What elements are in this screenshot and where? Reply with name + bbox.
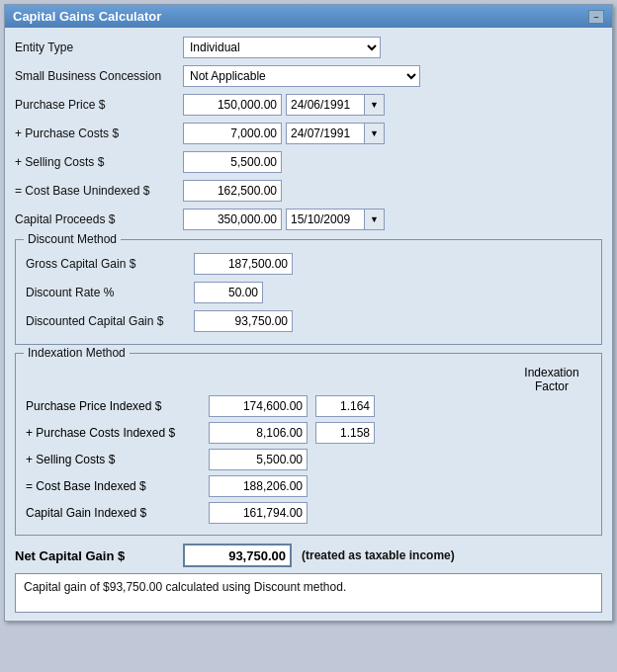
purchase-costs-indexed-input[interactable] (209, 422, 308, 444)
purchase-price-date-group: ▼ (286, 94, 385, 116)
summary-text: Capital gain of $93,750.00 calculated us… (24, 580, 346, 594)
purchase-costs-date-group: ▼ (286, 123, 385, 144)
purchase-costs-input[interactable] (183, 123, 282, 144)
discount-rate-label: Discount Rate % (26, 286, 194, 299)
purchase-costs-indexed-factor[interactable] (315, 422, 375, 444)
purchase-price-indexed-row: Purchase Price Indexed $ (26, 395, 591, 417)
cost-base-indexed-input[interactable] (209, 475, 308, 497)
title-bar: Capital Gains Calculator – (5, 5, 612, 28)
index-factor-header: Indexation Factor (512, 366, 591, 393)
capital-proceeds-row: Capital Proceeds $ ▼ (15, 208, 602, 231)
purchase-price-input[interactable] (183, 94, 282, 116)
selling-costs-label: + Selling Costs $ (15, 155, 183, 169)
calculator-window: Capital Gains Calculator – Entity Type I… (4, 4, 613, 622)
discounted-gain-input[interactable] (194, 310, 293, 332)
indexation-method-section: Indexation Method Indexation Factor Purc… (15, 353, 602, 536)
discount-rate-input[interactable] (194, 282, 263, 303)
capital-proceeds-date-group: ▼ (286, 209, 385, 230)
cost-base-indexed-label: = Cost Base Indexed $ (26, 479, 209, 493)
entity-type-select[interactable]: Individual Company Trust (183, 37, 381, 58)
discounted-gain-label: Discounted Capital Gain $ (26, 314, 194, 328)
capital-gain-indexed-input[interactable] (209, 502, 308, 524)
net-capital-gain-input[interactable] (183, 544, 292, 567)
net-capital-gain-row: Net Capital Gain $ (treated as taxable i… (15, 544, 602, 567)
window-title: Capital Gains Calculator (13, 9, 161, 24)
purchase-price-indexed-label: Purchase Price Indexed $ (26, 399, 209, 413)
discount-method-content: Gross Capital Gain $ Discount Rate % Dis… (26, 252, 591, 333)
cost-base-indexed-row: = Cost Base Indexed $ (26, 475, 591, 497)
capital-proceeds-date-input[interactable] (286, 209, 365, 230)
discount-method-section: Discount Method Gross Capital Gain $ Dis… (15, 239, 602, 345)
purchase-price-date-input[interactable] (286, 94, 365, 116)
purchase-costs-date-input[interactable] (286, 123, 365, 144)
purchase-costs-date-btn[interactable]: ▼ (365, 123, 385, 144)
entity-type-label: Entity Type (15, 41, 183, 54)
purchase-costs-indexed-row: + Purchase Costs Indexed $ (26, 422, 591, 444)
net-capital-gain-label: Net Capital Gain $ (15, 548, 183, 563)
selling-costs-input[interactable] (183, 151, 282, 173)
gross-gain-row: Gross Capital Gain $ (26, 252, 591, 276)
entity-type-row: Entity Type Individual Company Trust (15, 36, 602, 59)
selling-costs-indexed-label: + Selling Costs $ (26, 453, 209, 466)
indexation-method-content: Indexation Factor Purchase Price Indexed… (26, 366, 591, 524)
main-content: Entity Type Individual Company Trust Sma… (5, 28, 612, 621)
purchase-price-label: Purchase Price $ (15, 98, 183, 112)
purchase-costs-indexed-label: + Purchase Costs Indexed $ (26, 426, 209, 440)
minimize-button[interactable]: – (588, 10, 604, 24)
purchase-costs-row: + Purchase Costs $ ▼ (15, 122, 602, 145)
selling-costs-row: + Selling Costs $ (15, 150, 602, 174)
small-business-select[interactable]: Not Applicable Active Asset Reduction Re… (183, 65, 420, 87)
small-business-label: Small Business Concession (15, 69, 183, 83)
title-bar-buttons: – (588, 10, 604, 24)
capital-gain-indexed-row: Capital Gain Indexed $ (26, 502, 591, 524)
purchase-price-indexed-factor[interactable] (315, 395, 375, 417)
indexation-method-title: Indexation Method (24, 346, 130, 360)
purchase-price-indexed-input[interactable] (209, 395, 308, 417)
capital-proceeds-label: Capital Proceeds $ (15, 212, 183, 226)
cost-base-input[interactable] (183, 180, 282, 202)
cost-base-label: = Cost Base Unindexed $ (15, 184, 183, 198)
cost-base-row: = Cost Base Unindexed $ (15, 179, 602, 203)
selling-costs-indexed-input[interactable] (209, 449, 308, 470)
purchase-costs-label: + Purchase Costs $ (15, 126, 183, 140)
purchase-price-row: Purchase Price $ ▼ (15, 93, 602, 117)
discount-method-title: Discount Method (24, 232, 121, 246)
gross-gain-input[interactable] (194, 253, 293, 275)
index-factor-header-row: Indexation Factor (26, 366, 591, 393)
capital-gain-indexed-label: Capital Gain Indexed $ (26, 506, 209, 520)
discount-rate-row: Discount Rate % (26, 281, 591, 304)
net-capital-gain-note: (treated as taxable income) (302, 548, 455, 562)
summary-box: Capital gain of $93,750.00 calculated us… (15, 573, 602, 613)
discounted-gain-row: Discounted Capital Gain $ (26, 309, 591, 333)
capital-proceeds-date-btn[interactable]: ▼ (365, 209, 385, 230)
capital-proceeds-input[interactable] (183, 209, 282, 230)
purchase-price-date-btn[interactable]: ▼ (365, 94, 385, 116)
selling-costs-indexed-row: + Selling Costs $ (26, 449, 591, 470)
gross-gain-label: Gross Capital Gain $ (26, 257, 194, 271)
small-business-row: Small Business Concession Not Applicable… (15, 64, 602, 88)
